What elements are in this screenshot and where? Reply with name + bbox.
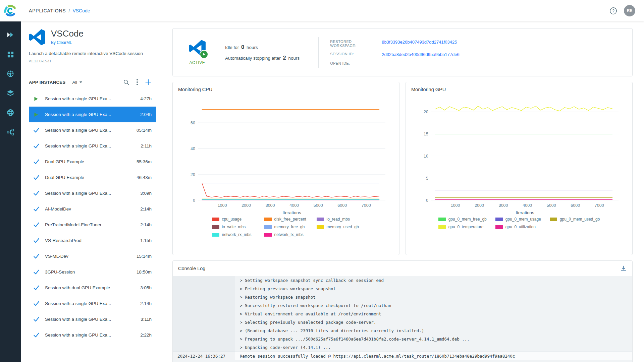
nav-applications-icon[interactable] <box>6 30 15 40</box>
instances-filter-dropdown[interactable]: All <box>72 80 82 85</box>
legend-item[interactable]: gpu_0_temperature <box>438 225 487 229</box>
instance-name: Session with a single GPU Exa... <box>45 112 136 117</box>
avatar[interactable]: RE <box>624 5 635 16</box>
nav-hyper-datasets-icon[interactable] <box>6 108 15 117</box>
legend-item[interactable]: memory_free_gb <box>264 225 308 229</box>
app-instances-list: Session with a single GPU Exa...4:27hSes… <box>29 91 156 343</box>
panel-divider <box>29 72 155 72</box>
nav-rail <box>0 21 21 362</box>
legend-item[interactable]: network_tx_mbs <box>264 232 308 237</box>
svg-text:Iterations: Iterations <box>516 210 534 215</box>
main-column: ACTIVE Idle for 0 hours Automatically st… <box>156 21 644 362</box>
breadcrumb-current[interactable]: VSCode <box>72 8 90 13</box>
svg-text:3000: 3000 <box>265 203 275 208</box>
instance-name: Session with a single GPU Exa... <box>45 317 137 322</box>
log-line: > Setting workspace snapshot sync callba… <box>173 276 632 285</box>
plus-icon <box>145 79 152 85</box>
log-line: 2024-12-24 16:36:27Remote session succes… <box>173 352 632 360</box>
list-item[interactable]: Session with a single GPU Exa...05:14m <box>29 122 156 138</box>
svg-text:1000: 1000 <box>217 203 227 208</box>
instance-duration: 2:14h <box>140 206 152 212</box>
instance-duration: 46:43m <box>137 175 152 180</box>
clearml-logo[interactable] <box>0 4 21 17</box>
nav-datasets-icon[interactable] <box>6 88 15 98</box>
svg-text:5: 5 <box>426 176 428 181</box>
byline-link[interactable]: By ClearML <box>51 40 84 45</box>
svg-text:40: 40 <box>191 146 195 151</box>
list-item[interactable]: AI-ModelDev2:14h <box>29 201 156 217</box>
list-item[interactable]: Session with a single GPU Exa...2:14h <box>29 296 156 311</box>
legend-item[interactable]: io_read_mbs <box>317 217 360 222</box>
list-item[interactable]: Session with a single GPU Exa...2:11h <box>29 138 156 154</box>
log-timestamp: 2024-12-24 16:36:27 <box>173 352 235 360</box>
list-item[interactable]: Session with dual GPU Example3:05h <box>29 280 156 296</box>
svg-text:0: 0 <box>426 198 428 203</box>
instance-duration: 2:11h <box>141 143 152 148</box>
legend-item[interactable]: gpu_0_mem_usage <box>495 217 541 222</box>
instance-duration: 2:14h <box>140 301 152 306</box>
chevron-down-icon <box>79 81 83 83</box>
console-log-body[interactable]: > Setting workspace snapshot sync callba… <box>173 276 632 362</box>
svg-text:60: 60 <box>191 121 195 125</box>
log-line: > (Reading database ... 23910 files and … <box>173 326 632 335</box>
search-button[interactable] <box>123 79 129 85</box>
autostop-suffix: hours <box>288 56 300 61</box>
clearml-app: APPLICATIONS / VSCode ? RE <box>0 0 644 362</box>
completed-check-icon <box>33 300 40 307</box>
list-item[interactable]: VS-ML-Dev15:14m <box>29 248 156 264</box>
legend-item[interactable]: io_write_mbs <box>212 225 256 229</box>
legend-item[interactable]: memory_used_gb <box>317 225 360 229</box>
list-item[interactable]: Session with a single GPU Exa...2:22h <box>29 327 156 343</box>
legend-item[interactable]: network_rx_mbs <box>212 232 256 237</box>
legend-swatch <box>550 218 557 221</box>
help-button[interactable]: ? <box>609 7 617 15</box>
nav-projects-icon[interactable] <box>6 50 15 59</box>
list-item[interactable]: Session with a single GPU Exa...3:11h <box>29 311 156 327</box>
restored-workspace-value[interactable]: 8b3f3393e26b407493d7dd2741f03425 <box>382 40 459 45</box>
add-instance-button[interactable] <box>145 79 152 85</box>
legend-label: network_tx_mbs <box>274 232 304 237</box>
session-id-value[interactable]: 2d32ba8ded2b400d96d95a95b5177de6 <box>382 52 459 57</box>
log-timestamp <box>173 326 235 335</box>
legend-swatch <box>438 218 446 221</box>
legend-swatch <box>317 225 324 229</box>
list-item[interactable]: 3GPU-Session18:50m <box>29 264 156 280</box>
log-message: > Setting workspace snapshot sync callba… <box>235 276 632 285</box>
nav-pipelines-icon[interactable] <box>6 127 15 137</box>
cpu-chart-plot[interactable]: 02040601000200030004000500060007000Itera… <box>181 94 391 216</box>
legend-item[interactable]: cpu_usage <box>212 217 256 222</box>
completed-check-icon <box>33 253 40 260</box>
list-item[interactable]: Dual GPU Example46:43m <box>29 170 156 185</box>
list-item[interactable]: Dual GPU Example55:36m <box>29 154 156 170</box>
log-message: Remote session successfully loaded @ htt… <box>235 352 632 360</box>
log-message: > Restoring workspace snapshot <box>235 293 632 301</box>
status-vertical-divider <box>318 37 319 68</box>
list-item[interactable]: Session with a single GPU Exa...4:27h <box>29 91 156 107</box>
gpu-chart-plot[interactable]: 051015201000200030004000500060007000Iter… <box>414 94 625 216</box>
svg-text:10: 10 <box>424 154 428 159</box>
gpu-chart-card: Monitoring GPU 0510152010002000300040005… <box>406 82 633 255</box>
instance-name: VS-ML-Dev <box>45 254 132 259</box>
download-log-button[interactable] <box>620 265 627 272</box>
legend-item[interactable]: disk_free_percent <box>264 217 308 222</box>
instance-name: Session with a single GPU Exa... <box>45 191 136 196</box>
nav-workers-queues-icon[interactable] <box>6 69 15 78</box>
list-item[interactable]: VS-ResearchProd1:15h <box>29 233 156 248</box>
svg-text:2000: 2000 <box>475 203 484 208</box>
breadcrumb-applications[interactable]: APPLICATIONS <box>29 8 66 13</box>
list-item[interactable]: Session with a single GPU Exa...2:04h <box>29 107 156 122</box>
more-options-button[interactable] <box>136 79 138 85</box>
legend-item[interactable]: gpu_0_mem_used_gb <box>550 217 600 222</box>
instance-duration: 1:15h <box>140 238 152 243</box>
console-header: Console Log <box>173 261 632 276</box>
log-line: > Restoring workspace snapshot <box>173 293 632 301</box>
legend-item[interactable]: gpu_0_mem_free_gb <box>438 217 487 222</box>
svg-text:4000: 4000 <box>289 203 299 208</box>
content-area: VSCode By ClearML Launch a detachable re… <box>21 21 644 362</box>
legend-label: gpu_0_utilization <box>505 225 536 229</box>
instance-duration: 18:50m <box>137 269 152 275</box>
list-item[interactable]: PreTrainedModel-FineTuner2:14h <box>29 217 156 233</box>
list-item[interactable]: Session with a single GPU Exa...3:09h <box>29 185 156 201</box>
legend-item[interactable]: gpu_0_utilization <box>495 225 541 229</box>
svg-text:5000: 5000 <box>546 203 556 208</box>
